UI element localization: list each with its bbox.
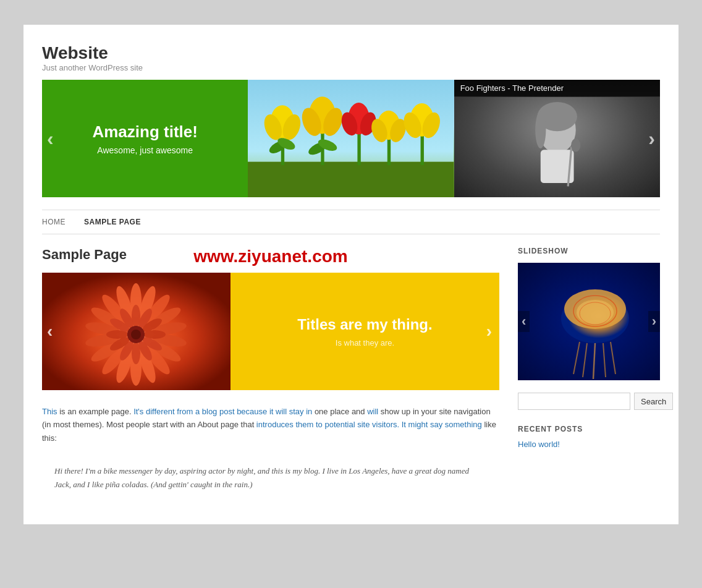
content-slider: Titles are my thing. Is what they are. ‹… [42, 273, 499, 390]
text-link-2[interactable]: It's different from a blog post because [133, 407, 267, 416]
hero-slider-track: Amazing title! Awesome, just awesome [42, 80, 660, 197]
hero-slide-1-subtitle: Awesome, just awesome [97, 145, 193, 155]
content-body-text: This is an example page. It's different … [42, 405, 499, 445]
nav-sample-page[interactable]: SAMPLE PAGE [84, 218, 141, 226]
hero-slider: Amazing title! Awesome, just awesome [42, 80, 660, 197]
hero-slide-2 [248, 80, 454, 197]
sidebar-slider-next[interactable]: › [648, 311, 660, 332]
svg-point-28 [535, 111, 546, 148]
search-button[interactable]: Search [634, 393, 673, 410]
nav-home[interactable]: HOME [42, 218, 66, 226]
text-link-3[interactable]: it will stay in [269, 407, 312, 416]
search-input[interactable] [518, 393, 630, 410]
video-person-bg [454, 97, 660, 197]
site-tagline: Just another WordPress site [42, 63, 660, 72]
content-slider-prev[interactable]: ‹ [47, 322, 53, 341]
hero-slide-1: Amazing title! Awesome, just awesome [42, 80, 248, 197]
page-title-row: Sample Page www.ziyuanet.com [42, 247, 499, 263]
content-slide-flower [42, 273, 230, 390]
text-link-1[interactable]: This [42, 407, 57, 416]
content-area: Sample Page www.ziyuanet.com [42, 247, 499, 500]
content-slider-next[interactable]: › [486, 322, 492, 341]
chrysanthemum-image [42, 273, 230, 390]
hero-slider-next[interactable]: › [648, 127, 655, 150]
site-header: Website Just another WordPress site [42, 43, 660, 72]
hero-slide-1-title: Amazing title! [92, 122, 197, 142]
video-background: Foo Fighters - The Pretender [454, 80, 660, 197]
content-slide-title: Titles are my thing. [297, 316, 432, 333]
hero-slide-3: Foo Fighters - The Pretender [454, 80, 660, 197]
jellyfish-image [518, 263, 660, 380]
text-link-6[interactable]: It might say something [402, 420, 482, 429]
recent-posts-title: RECENT POSTS [518, 425, 660, 433]
site-title: Website [42, 43, 660, 63]
site-navigation: HOME SAMPLE PAGE [42, 210, 660, 234]
svg-rect-1 [248, 162, 454, 197]
main-content: Sample Page www.ziyuanet.com [42, 247, 660, 500]
content-blockquote: Hi there! I'm a bike messenger by day, a… [42, 457, 499, 499]
page-title: Sample Page [42, 247, 127, 262]
svg-point-64 [131, 330, 141, 339]
tulip-image [248, 80, 454, 197]
content-slide-yellow: Titles are my thing. Is what they are. [230, 273, 499, 390]
page-wrapper: Website Just another WordPress site Amaz… [23, 25, 679, 524]
sidebar-slider-prev[interactable]: ‹ [518, 311, 530, 332]
text-link-4[interactable]: will [367, 407, 378, 416]
text-link-5[interactable]: introduces them to potential site visito… [256, 420, 399, 429]
sidebar-slideshow: ‹ › [518, 263, 660, 380]
svg-point-68 [577, 300, 614, 325]
recent-post-hello-world[interactable]: Hello world! [518, 440, 660, 449]
video-title: Foo Fighters - The Pretender [454, 80, 660, 96]
sidebar-slideshow-title: SLIDESHOW [518, 247, 660, 255]
sidebar: SLIDESHOW [518, 247, 660, 500]
svg-point-31 [571, 138, 580, 152]
hero-slider-prev[interactable]: ‹ [47, 127, 54, 150]
content-slide-subtitle: Is what they are. [336, 338, 394, 347]
search-box: Search [518, 393, 660, 410]
